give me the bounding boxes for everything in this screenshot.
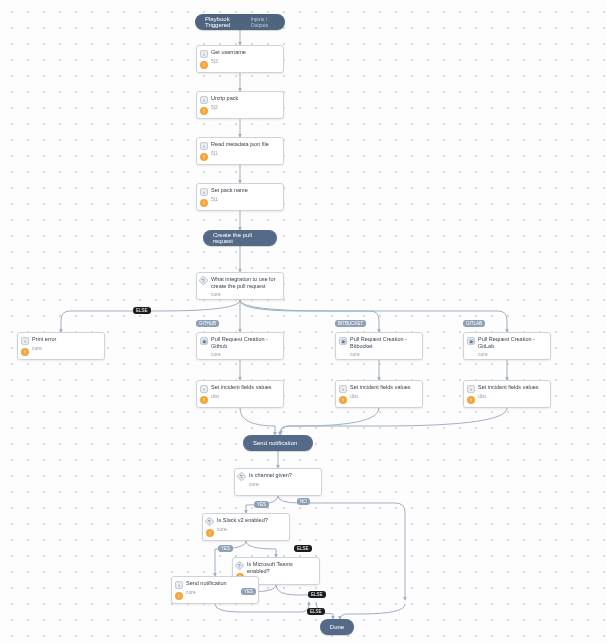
task-pr-github[interactable]: ▣ Pull Request Creation - Github core: [196, 332, 284, 360]
trigger-sub: Inputs / Outputs: [251, 16, 275, 28]
branch-else-4: ELSE: [307, 608, 325, 615]
branch-yes-2: YES: [218, 545, 233, 552]
playbook-triggered-pill[interactable]: Playbook Triggered Inputs / Outputs: [195, 14, 285, 30]
task-title: Unzip pack: [211, 95, 279, 102]
branch-else-3: ELSE: [308, 591, 326, 598]
task-title: Is Microsoft Teams enabled?: [247, 561, 315, 574]
warn-icon: !: [175, 592, 183, 600]
task-set-fields-3[interactable]: › ! Set incident fields values dist: [463, 380, 551, 408]
arrow-icon: ›: [21, 337, 29, 345]
task-sub: core: [249, 481, 317, 487]
task-channel-given[interactable]: ? Is channel given? core: [234, 468, 322, 496]
branch-github: GITHUB: [196, 320, 219, 327]
task-set-fields-2[interactable]: › ! Set incident fields values dist: [335, 380, 423, 408]
warn-icon: !: [21, 348, 29, 356]
condition-icon: ?: [205, 517, 215, 527]
task-sub: core: [211, 291, 279, 297]
arrow-icon: ›: [200, 142, 208, 150]
arrow-icon: ›: [200, 188, 208, 196]
warn-icon: !: [206, 529, 214, 537]
task-title: Is Slack v2 enabled?: [217, 517, 285, 524]
branch-gitlab: GITLAB: [463, 320, 485, 327]
condition-icon: ?: [237, 472, 247, 482]
section-notify-label: Send notification: [253, 440, 297, 446]
task-title: Read metadata json file: [211, 141, 279, 148]
warn-icon: !: [200, 153, 208, 161]
subplaybook-icon: ▣: [200, 337, 208, 345]
trigger-label: Playbook Triggered: [205, 16, 241, 28]
task-sub: 5|1: [211, 196, 279, 202]
subplaybook-icon: ▣: [339, 337, 347, 345]
branch-yes-3: YES: [241, 588, 256, 595]
warn-icon: !: [200, 199, 208, 207]
task-get-username[interactable]: › ! Get username 5|3: [196, 45, 284, 73]
task-which-integration[interactable]: ? What integration to use for create the…: [196, 272, 284, 300]
task-sub: core: [478, 351, 546, 357]
done-label: Done: [330, 624, 344, 630]
task-title: Print error: [32, 336, 100, 343]
arrow-icon: ›: [200, 385, 208, 393]
arrow-icon: ›: [339, 385, 347, 393]
task-sub: core: [350, 351, 418, 357]
task-sub: dist: [211, 393, 279, 399]
task-title: Pull Request Creation - GitLab: [478, 336, 546, 349]
task-sub: dist: [350, 393, 418, 399]
warn-icon: !: [467, 396, 475, 404]
branch-else-2: ELSE: [294, 545, 312, 552]
arrow-icon: ›: [200, 50, 208, 58]
task-sub: 5|3: [211, 58, 279, 64]
task-title: Send notification: [186, 580, 254, 587]
warn-icon: !: [200, 107, 208, 115]
task-sub: core: [217, 526, 285, 532]
task-title: Set incident fields values: [211, 384, 279, 391]
task-sub: core: [32, 345, 100, 351]
task-sub: dist: [478, 393, 546, 399]
task-unzip-pack[interactable]: › ! Unzip pack 5|2: [196, 91, 284, 119]
task-set-fields-1[interactable]: › ! Set incident fields values dist: [196, 380, 284, 408]
task-title: Set pack name: [211, 187, 279, 194]
arrow-icon: ›: [200, 96, 208, 104]
section-send-notification[interactable]: Send notification: [243, 435, 313, 451]
branch-no-1: NO: [297, 498, 310, 505]
task-pr-bitbucket[interactable]: ▣ Pull Request Creation - Bitbucket core: [335, 332, 423, 360]
warn-icon: !: [339, 396, 347, 404]
branch-else: ELSE: [133, 307, 151, 314]
section-create-pr[interactable]: Create the pull request: [203, 230, 277, 246]
playbook-canvas[interactable]: Playbook Triggered Inputs / Outputs Crea…: [0, 0, 607, 643]
warn-icon: !: [200, 396, 208, 404]
task-title: Get username: [211, 49, 279, 56]
task-title: Pull Request Creation - Github: [211, 336, 279, 349]
branch-bitbucket: BITBUCKET: [335, 320, 366, 327]
task-sub: 5|2: [211, 104, 279, 110]
subplaybook-icon: ▣: [467, 337, 475, 345]
task-pr-gitlab[interactable]: ▣ Pull Request Creation - GitLab core: [463, 332, 551, 360]
warn-icon: !: [200, 61, 208, 69]
task-read-metadata[interactable]: › ! Read metadata json file 5|1: [196, 137, 284, 165]
task-title: Is channel given?: [249, 472, 317, 479]
task-sub: core: [211, 351, 279, 357]
task-title: Set incident fields values: [350, 384, 418, 391]
arrow-icon: ›: [467, 385, 475, 393]
task-slack-enabled[interactable]: ? ! Is Slack v2 enabled? core: [202, 513, 290, 541]
condition-icon: ?: [199, 276, 209, 286]
task-title: Pull Request Creation - Bitbucket: [350, 336, 418, 349]
branch-yes-1: YES: [254, 501, 269, 508]
task-print-error[interactable]: › ! Print error core: [17, 332, 105, 360]
task-title: Set incident fields values: [478, 384, 546, 391]
condition-icon: ?: [235, 561, 245, 571]
section-create-label: Create the pull request: [213, 232, 267, 244]
task-set-pack-name[interactable]: › ! Set pack name 5|1: [196, 183, 284, 211]
done-pill[interactable]: Done: [320, 619, 354, 635]
arrow-icon: ›: [175, 581, 183, 589]
task-sub: 5|1: [211, 150, 279, 156]
task-title: What integration to use for create the p…: [211, 276, 279, 289]
